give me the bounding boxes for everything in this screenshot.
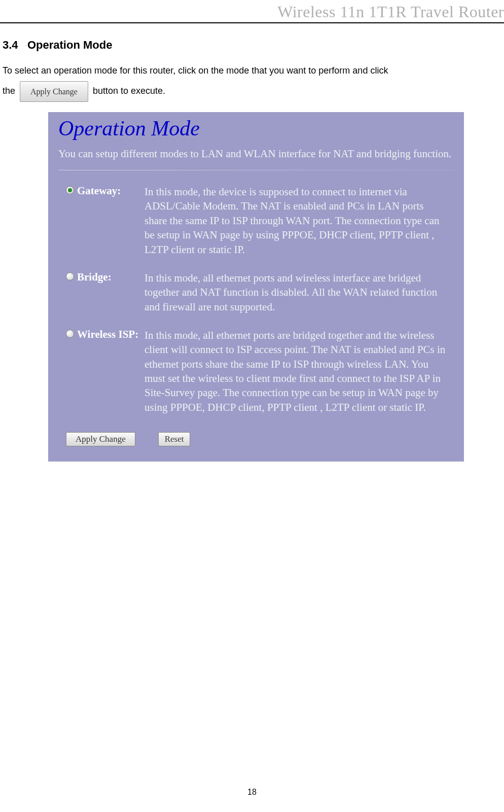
mode-desc-gateway: In this mode, the device is supposed to … [145, 185, 454, 257]
section-heading: 3.4 Operation Mode [3, 39, 501, 52]
mode-label-col: Bridge: [66, 271, 145, 284]
radio-wireless-isp-icon[interactable] [66, 330, 74, 338]
mode-label-wireless-isp: Wireless ISP: [77, 328, 138, 341]
intro-prefix: the [3, 86, 15, 96]
mode-row-wireless-isp: Wireless ISP: In this mode, all ethernet… [58, 328, 454, 414]
radio-gateway-icon[interactable] [66, 186, 74, 194]
apply-change-inline-button: Apply Change [20, 81, 88, 102]
apply-change-button[interactable]: Apply Change [66, 432, 135, 446]
mode-label-gateway: Gateway: [77, 185, 121, 197]
mode-row-bridge: Bridge: In this mode, all ethernet ports… [58, 271, 454, 314]
intro-text: To select an operation mode for this rou… [3, 61, 501, 102]
radio-bridge-icon[interactable] [66, 272, 74, 280]
mode-label-bridge: Bridge: [77, 271, 112, 284]
button-row: Apply Change Reset [58, 432, 454, 446]
panel-title: Operation Mode [58, 116, 454, 140]
mode-label-col: Gateway: [66, 185, 145, 197]
operation-mode-panel: Operation Mode You can setup different m… [48, 112, 464, 462]
mode-label-col: Wireless ISP: [66, 328, 145, 341]
page-header: Wireless 11n 1T1R Travel Router [0, 0, 504, 23]
mode-row-gateway: Gateway: In this mode, the device is sup… [58, 185, 454, 257]
mode-desc-bridge: In this mode, all ethernet ports and wir… [145, 271, 454, 314]
section-title: Operation Mode [27, 39, 112, 51]
intro-part1: To select an operation mode for this rou… [3, 65, 388, 76]
page-number: 18 [0, 788, 504, 797]
content-area: 3.4 Operation Mode To select an operatio… [0, 23, 504, 462]
mode-desc-wireless-isp: In this mode, all ethernet ports are bri… [145, 328, 454, 414]
reset-button[interactable]: Reset [158, 432, 191, 446]
section-number: 3.4 [3, 39, 18, 51]
separator [58, 170, 454, 170]
panel-description: You can setup different modes to LAN and… [58, 147, 454, 161]
header-title: Wireless 11n 1T1R Travel Router [0, 3, 504, 21]
intro-suffix: button to execute. [93, 86, 165, 96]
